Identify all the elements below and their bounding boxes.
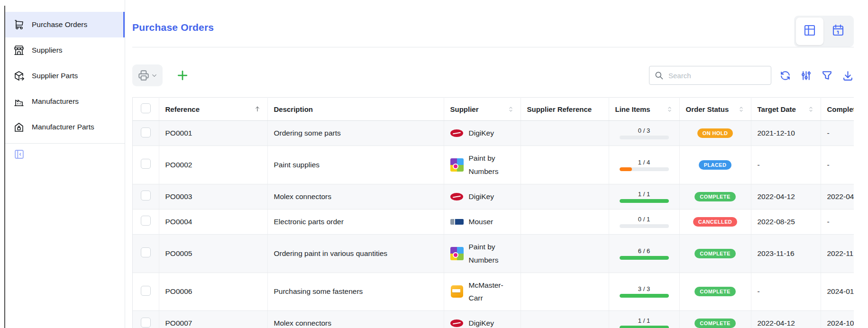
print-button[interactable] xyxy=(132,64,163,86)
sidebar-item-label: Manufacturers xyxy=(32,97,79,106)
package-export-icon xyxy=(13,70,25,82)
sidebar-item-manufacturers[interactable]: Manufacturers xyxy=(5,89,125,114)
row-checkbox[interactable] xyxy=(141,286,151,296)
header-divider xyxy=(132,47,854,47)
progress-bar: 0 / 1 xyxy=(615,216,673,228)
add-order-button[interactable] xyxy=(175,68,190,82)
column-label: Target Date xyxy=(758,105,796,113)
table-row[interactable]: PO0005Ordering paint in various quantiti… xyxy=(133,234,854,273)
progress-bar: 0 / 3 xyxy=(615,127,673,139)
view-toggle xyxy=(794,16,854,47)
cell-description: Ordering paint in various quantities xyxy=(267,234,444,273)
filter-icon xyxy=(821,70,833,82)
progress-track xyxy=(620,224,669,228)
progress-track xyxy=(620,199,669,203)
cell-supplier: Mouser xyxy=(444,209,521,234)
cell-line-items: 1 / 4 xyxy=(609,146,679,184)
sort-ascending-icon xyxy=(254,105,261,113)
digikey-logo xyxy=(450,190,464,203)
mcmaster-carr-logo xyxy=(450,285,464,298)
sidebar: Purchase OrdersSuppliersSupplier PartsMa… xyxy=(5,0,125,328)
row-checkbox[interactable] xyxy=(141,216,151,226)
cell-line-items: 1 / 1 xyxy=(609,184,679,209)
cell-target-date: 2021-12-10 xyxy=(751,121,821,146)
supplier-name: McMaster-Carr xyxy=(469,279,514,305)
table-row[interactable]: PO0004Electronic parts orderMouser0 / 1C… xyxy=(133,209,854,234)
window-edge xyxy=(4,6,5,328)
page-title: Purchase Orders xyxy=(132,22,214,33)
cell-target-date: 2022-04-12 xyxy=(751,311,821,328)
column-completion-date[interactable]: Completion Date xyxy=(821,98,854,121)
purchase-orders-table-container: ReferenceDescriptionSupplierSupplier Ref… xyxy=(132,97,854,328)
cell-completion-date: 2024-10 xyxy=(821,311,854,328)
progress-track xyxy=(620,167,669,171)
progress-label: 3 / 3 xyxy=(638,285,650,292)
column-label: Reference xyxy=(165,105,200,113)
cell-line-items: 6 / 6 xyxy=(609,234,679,273)
table-view-button[interactable] xyxy=(796,18,823,45)
cell-supplier-reference xyxy=(521,273,609,311)
cell-completion-date: 2022-04 xyxy=(821,184,854,209)
row-checkbox[interactable] xyxy=(141,191,151,200)
cell-description: Paint supplies xyxy=(267,146,444,184)
search-box xyxy=(649,66,771,85)
cell-description: Ordering some parts xyxy=(267,121,444,146)
row-checkbox[interactable] xyxy=(141,128,151,137)
search-input[interactable] xyxy=(667,71,766,80)
table-row[interactable]: PO0007Molex connectorsDigiKey1 / 1COMPLE… xyxy=(133,311,854,328)
progress-track xyxy=(620,136,669,139)
cell-supplier-reference xyxy=(521,311,609,328)
cell-completion-date: - xyxy=(821,121,854,146)
cell-reference: PO0002 xyxy=(159,146,267,184)
sort-icon xyxy=(507,106,514,113)
cell-supplier-reference xyxy=(521,121,609,146)
cell-target-date: - xyxy=(751,146,821,184)
printer-icon xyxy=(137,69,150,82)
sidebar-item-label: Supplier Parts xyxy=(32,72,78,80)
cell-target-date: 2022-08-25 xyxy=(751,209,821,234)
column-reference[interactable]: Reference xyxy=(159,98,267,121)
select-all-checkbox[interactable] xyxy=(141,103,151,113)
column-order-status[interactable]: Order Status xyxy=(679,98,751,121)
cell-description: Molex connectors xyxy=(267,311,444,328)
sidebar-item-supplier-parts[interactable]: Supplier Parts xyxy=(5,63,125,89)
column-line-items[interactable]: Line Items xyxy=(609,98,679,121)
cell-order-status: COMPLETE xyxy=(679,234,751,273)
cell-reference: PO0007 xyxy=(159,311,267,328)
toolbar-actions xyxy=(779,70,854,82)
calendar-view-button[interactable] xyxy=(824,18,852,45)
collapse-sidebar-button[interactable] xyxy=(13,148,25,160)
cell-line-items: 1 / 1 xyxy=(609,311,679,328)
sort-icon xyxy=(666,106,673,113)
adjustments-icon xyxy=(800,70,812,82)
column-supplier[interactable]: Supplier xyxy=(444,98,521,121)
factory-icon xyxy=(13,96,25,107)
cell-line-items: 0 / 1 xyxy=(609,209,679,234)
cell-supplier: DigiKey xyxy=(444,121,521,146)
cell-order-status: COMPLETE xyxy=(679,311,751,328)
sidebar-item-label: Purchase Orders xyxy=(32,20,87,29)
cell-supplier-reference xyxy=(521,146,609,184)
calendar-view-icon xyxy=(831,23,845,39)
sidebar-nav: Purchase OrdersSuppliersSupplier PartsMa… xyxy=(5,12,125,140)
row-checkbox[interactable] xyxy=(141,247,151,257)
table-row[interactable]: PO0006Purchasing some fastenersMcMaster-… xyxy=(133,273,854,311)
status-badge: COMPLETE xyxy=(694,319,735,328)
row-checkbox[interactable] xyxy=(141,318,151,328)
refresh-button[interactable] xyxy=(779,70,791,82)
download-button[interactable] xyxy=(842,70,854,82)
progress-track xyxy=(620,326,669,328)
row-select-cell xyxy=(133,184,159,209)
sidebar-item-manufacturer-parts[interactable]: Manufacturer Parts xyxy=(5,114,125,140)
filter-button[interactable] xyxy=(821,70,833,82)
sidebar-item-suppliers[interactable]: Suppliers xyxy=(5,37,125,63)
table-body: PO0001Ordering some partsDigiKey0 / 3ON … xyxy=(133,121,854,328)
table-row[interactable]: PO0003Molex connectorsDigiKey1 / 1COMPLE… xyxy=(133,184,854,209)
row-checkbox[interactable] xyxy=(141,159,151,169)
table-row[interactable]: PO0002Paint suppliesPaint by Numbers1 / … xyxy=(133,146,854,184)
cell-reference: PO0004 xyxy=(159,209,267,234)
sidebar-item-purchase-orders[interactable]: Purchase Orders xyxy=(5,12,125,37)
column-target-date[interactable]: Target Date xyxy=(751,98,821,121)
adjustments-button[interactable] xyxy=(800,70,812,82)
table-row[interactable]: PO0001Ordering some partsDigiKey0 / 3ON … xyxy=(133,121,854,146)
